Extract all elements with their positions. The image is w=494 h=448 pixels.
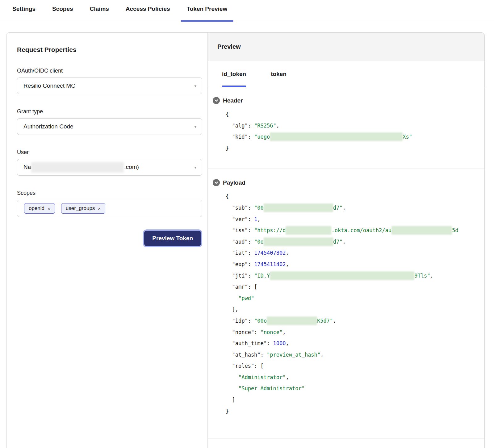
json-code: { "alg": "RS256", "kid": "uegoXs"} (226, 109, 484, 154)
redacted-blur (31, 162, 124, 173)
client-select-value: Resilio Connect MC (23, 82, 75, 89)
redacted-blur (267, 316, 317, 325)
grant-type-select[interactable]: Authorization Code ▾ (17, 118, 202, 135)
grant-type-select-value: Authorization Code (23, 123, 73, 130)
chevron-down-icon: ▾ (194, 84, 196, 88)
code-line: "at_hash": "preview_at_hash", (226, 349, 484, 361)
client-select[interactable]: Resilio Connect MC ▾ (17, 77, 202, 94)
request-properties-panel: Request Properties OAuth/OIDC client Res… (6, 33, 208, 448)
code-line: } (226, 406, 484, 417)
code-line: "Administrator", (226, 372, 484, 383)
tab-token-preview[interactable]: Token Preview (181, 6, 234, 21)
redacted-blur (391, 226, 452, 235)
scopes-input[interactable]: openid × user_groups × (17, 200, 202, 217)
redacted-blur (270, 132, 403, 141)
redacted-blur (264, 203, 333, 212)
collapse-chevron-icon[interactable] (213, 179, 220, 186)
scope-chip-label: openid (29, 205, 44, 211)
code-line: "aud": "0od7", (226, 236, 484, 248)
section-title: Header (223, 97, 243, 104)
tab-scopes[interactable]: Scopes (46, 6, 79, 21)
request-properties-title: Request Properties (17, 46, 202, 53)
redacted-blur (270, 271, 414, 280)
grant-type-label: Grant type (17, 108, 202, 115)
preview-token-button[interactable]: Preview Token (144, 231, 201, 246)
app-tabs: Settings Scopes Claims Access Policies T… (0, 0, 494, 21)
user-label: User (17, 149, 202, 156)
tab-id-token[interactable]: id_token (222, 61, 246, 87)
tab-settings[interactable]: Settings (6, 6, 42, 21)
code-line: "jti": "ID.Y9Tls", (226, 270, 484, 282)
code-line: "ver": 1, (226, 214, 484, 225)
code-line: "roles": [ (226, 360, 484, 372)
user-select[interactable]: Na.com) ▾ (17, 159, 202, 176)
code-line: "nonce": "nonce", (226, 327, 484, 338)
code-line: "pwd" (226, 293, 484, 304)
code-line: ], (226, 304, 484, 315)
preview-panel-title: Preview (208, 33, 484, 61)
tab-access-policies[interactable]: Access Policies (119, 6, 176, 21)
chevron-down-icon: ▾ (194, 165, 196, 170)
preview-panel: Preview id_token token Header{ "alg": "R… (208, 33, 484, 448)
preview-sections: Header{ "alg": "RS256", "kid": "uegoXs"}… (208, 87, 484, 438)
token-section-payload: Payload{ "sub": "00d7", "ver": 1, "iss":… (208, 169, 484, 438)
code-line: "iat": 1745407802, (226, 247, 484, 259)
scope-chip-openid: openid × (24, 203, 55, 214)
preview-tabs: id_token token (208, 61, 484, 87)
code-line: "exp": 1745411402, (226, 259, 484, 270)
json-code: { "sub": "00d7", "ver": 1, "iss": "https… (226, 191, 484, 417)
code-line: "Super Administrator" (226, 383, 484, 394)
code-line: { (226, 191, 484, 202)
redacted-blur (264, 237, 333, 246)
tab-claims[interactable]: Claims (84, 6, 115, 21)
code-line: } (226, 143, 484, 154)
section-title: Payload (223, 179, 245, 186)
remove-scope-icon[interactable]: × (98, 206, 101, 211)
code-line: "sub": "00d7", (226, 202, 484, 214)
code-line: { (226, 109, 484, 120)
chevron-down-icon: ▾ (194, 124, 196, 129)
code-line: "iss": "https://d.okta.com/oauth2/au5d (226, 225, 484, 236)
remove-scope-icon[interactable]: × (48, 206, 50, 211)
tab-token[interactable]: token (271, 61, 287, 87)
client-label: OAuth/OIDC client (17, 68, 202, 74)
code-line: "kid": "uegoXs" (226, 131, 484, 143)
scope-chip-user-groups: user_groups × (61, 203, 105, 214)
scope-chip-label: user_groups (66, 205, 95, 211)
code-line: "idp": "00oK5d7", (226, 315, 484, 327)
redacted-blur (286, 226, 331, 235)
collapse-chevron-icon[interactable] (213, 97, 220, 104)
code-line: "alg": "RS256", (226, 120, 484, 132)
scopes-label: Scopes (17, 190, 202, 196)
token-section-header: Header{ "alg": "RS256", "kid": "uegoXs"} (208, 87, 484, 169)
user-select-value: Na.com) (23, 162, 139, 173)
code-line: "auth_time": 1000, (226, 338, 484, 349)
token-preview-card: Request Properties OAuth/OIDC client Res… (6, 32, 485, 448)
code-line: ] (226, 394, 484, 406)
code-line: "amr": [ (226, 281, 484, 293)
